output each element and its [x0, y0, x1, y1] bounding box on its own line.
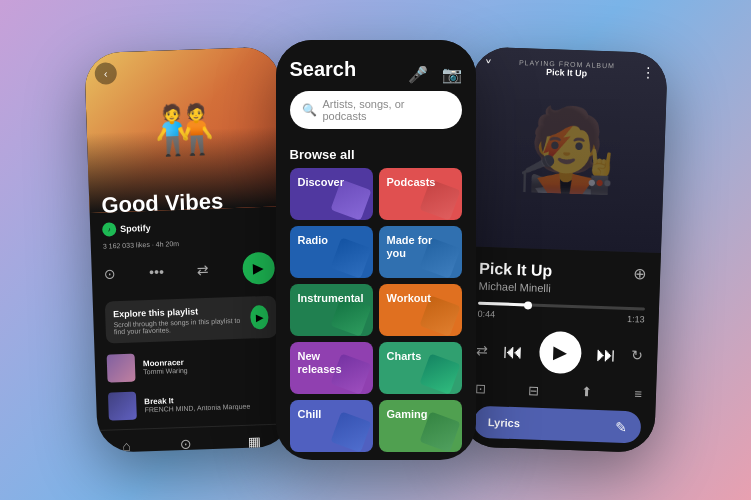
category-label: Workout: [387, 292, 431, 305]
add-to-library-icon[interactable]: ⊕: [632, 264, 646, 283]
play-button[interactable]: ▶: [242, 252, 275, 285]
lyrics-bar[interactable]: Lyrics ✎: [473, 406, 641, 444]
category-label: Instrumental: [298, 292, 364, 305]
category-label: Podcasts: [387, 176, 436, 189]
phone-middle: Search 🎤 📷 🔍 Artists, songs, or podcasts…: [276, 40, 476, 460]
category-made-for-you[interactable]: Made for you: [379, 226, 462, 278]
track-row[interactable]: Break It FRENCH MIND, Antonia Marquee: [95, 381, 291, 426]
chevron-down-icon[interactable]: ˅: [484, 57, 493, 76]
category-label: Chill: [298, 408, 322, 421]
microphone-icon[interactable]: 🎤: [408, 65, 428, 84]
bottom-nav: ⌂ Home ⊙ Search ▦ Your Library: [97, 423, 293, 453]
category-label: Charts: [387, 350, 422, 363]
song-title: Pick It Up: [478, 259, 551, 280]
category-thumb: [419, 353, 460, 394]
category-thumb: [330, 237, 371, 278]
home-icon: ⌂: [122, 438, 131, 453]
track-thumbnail: [106, 354, 135, 383]
progress-handle[interactable]: [524, 301, 532, 309]
explore-playlist-box: Explore this playlist Scroll through the…: [104, 296, 276, 344]
now-playing-topbar: ˅ PLAYING FROM ALBUM Pick It Up ⋮: [472, 56, 668, 82]
player-extra-controls: ⊡ ⊟ ⬆ ≡: [474, 381, 641, 402]
explore-play-button[interactable]: ▶: [250, 305, 269, 330]
category-podcasts[interactable]: Podcasts: [379, 168, 462, 220]
current-time: 0:44: [477, 309, 495, 320]
category-thumb: [330, 411, 371, 452]
search-page-title: Search: [290, 58, 357, 81]
player-controls-area: Pick It Up ⊕ Michael Minelli 0:44 1:13 ⇄…: [459, 246, 661, 453]
category-chill[interactable]: Chill: [290, 400, 373, 452]
previous-icon[interactable]: ⏮: [503, 339, 524, 363]
cast-icon[interactable]: ⊡: [474, 381, 486, 396]
track-info: Moonracer Tommi Waring: [142, 355, 277, 376]
repeat-icon[interactable]: ↻: [631, 347, 644, 363]
category-workout[interactable]: Workout: [379, 284, 462, 336]
shuffle-icon[interactable]: ⇄: [476, 342, 489, 358]
album-art-background: 🧑‍🎤 ˅ PLAYING FROM ALBUM Pick It Up ⋮: [466, 46, 668, 253]
progress-fill: [478, 302, 528, 307]
back-button[interactable]: ‹: [94, 62, 117, 85]
category-label: New releases: [298, 350, 365, 376]
explore-text: Explore this playlist Scroll through the…: [113, 305, 251, 336]
category-label: Made for you: [387, 234, 454, 260]
track-info: Break It FRENCH MIND, Antonia Marquee: [144, 393, 279, 414]
category-charts[interactable]: Charts: [379, 342, 462, 394]
next-icon[interactable]: ⏭: [595, 342, 616, 366]
search-input[interactable]: Artists, songs, or podcasts: [323, 98, 450, 122]
explore-sub: Scroll through the songs in this playlis…: [113, 317, 251, 336]
categories-grid: Discover Podcasts Radio Made for you Ins…: [276, 168, 476, 452]
header-icons: 🎤 📷: [408, 65, 462, 84]
nav-item-search[interactable]: ⊙ Search: [174, 435, 197, 452]
creator-name: Spotify: [120, 223, 151, 234]
more-icon[interactable]: •••: [148, 264, 163, 281]
category-instrumental[interactable]: Instrumental: [290, 284, 373, 336]
playing-from: PLAYING FROM ALBUM Pick It Up: [492, 58, 642, 80]
shuffle-icon[interactable]: ⇄: [197, 262, 210, 278]
category-gaming[interactable]: Gaming: [379, 400, 462, 452]
time-display: 0:44 1:13: [477, 309, 644, 325]
devices-icon[interactable]: ⊟: [527, 383, 539, 398]
album-artwork: 🧑‍🎤: [515, 101, 618, 198]
category-radio[interactable]: Radio: [290, 226, 373, 278]
lyrics-label: Lyrics: [487, 416, 519, 429]
download-icon[interactable]: ⊙: [103, 265, 116, 281]
library-icon: ▦: [247, 433, 261, 449]
lyrics-expand-icon[interactable]: ✎: [614, 419, 627, 435]
category-discover[interactable]: Discover: [290, 168, 373, 220]
play-pause-button[interactable]: ▶: [538, 331, 581, 374]
playback-controls: ⇄ ⏮ ▶ ⏭ ↻: [475, 329, 643, 377]
track-thumbnail: [107, 392, 136, 421]
search-bar[interactable]: 🔍 Artists, songs, or podcasts: [290, 91, 462, 129]
search-icon: ⊙: [179, 436, 192, 452]
category-label: Gaming: [387, 408, 428, 421]
nav-item-home[interactable]: ⌂ Home: [116, 438, 136, 453]
share-icon[interactable]: ⬆: [581, 384, 593, 399]
queue-icon[interactable]: ≡: [634, 386, 642, 401]
category-label: Discover: [298, 176, 344, 189]
camera-icon[interactable]: 📷: [442, 65, 462, 84]
search-icon: 🔍: [302, 103, 317, 117]
more-options-icon[interactable]: ⋮: [640, 64, 655, 80]
phones-container: 🧑‍🤝‍🧑 ‹ Good Vibes ♪ Spotify 3 162 033 l…: [81, 40, 671, 460]
browse-all-label: Browse all: [276, 137, 476, 168]
total-time: 1:13: [626, 314, 644, 325]
phone-left: 🧑‍🤝‍🧑 ‹ Good Vibes ♪ Spotify 3 162 033 l…: [84, 46, 293, 453]
nav-label: Your Library: [236, 451, 274, 453]
spotify-logo: ♪: [101, 222, 115, 236]
category-new-releases[interactable]: New releases: [290, 342, 373, 394]
playlist-controls: ⊙ ••• ⇄ ▶: [91, 245, 287, 296]
phone-right: 🧑‍🎤 ˅ PLAYING FROM ALBUM Pick It Up ⋮ Pi…: [459, 46, 668, 453]
category-label: Radio: [298, 234, 329, 247]
nav-item-library[interactable]: ▦ Your Library: [235, 433, 273, 453]
